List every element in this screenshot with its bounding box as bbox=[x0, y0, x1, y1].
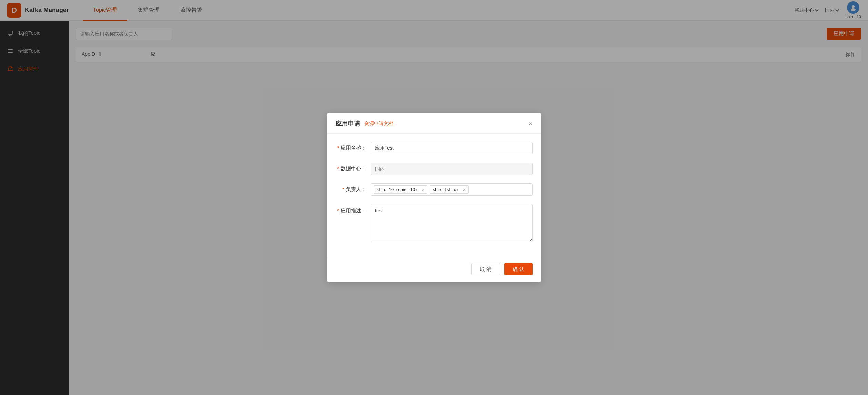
form-row-description: *应用描述： test bbox=[335, 204, 533, 243]
label-app-name: *应用名称： bbox=[335, 142, 366, 151]
modal-title-area: 应用申请 资源申请文档 bbox=[335, 120, 393, 128]
input-app-name[interactable] bbox=[371, 142, 533, 154]
form-row-data-center: *数据中心： bbox=[335, 163, 533, 175]
tag-label: shirc_10（shirc_10） bbox=[377, 186, 420, 193]
tag-shirc: shirc（shirc） × bbox=[430, 185, 468, 194]
modal-footer: 取 消 确 认 bbox=[327, 257, 541, 282]
field-data-center bbox=[371, 163, 533, 175]
modal-close-button[interactable]: × bbox=[528, 120, 533, 127]
field-manager: shirc_10（shirc_10） × shirc（shirc） × bbox=[371, 183, 533, 196]
modal-header: 应用申请 资源申请文档 × bbox=[327, 113, 541, 134]
modal-doc-link[interactable]: 资源申请文档 bbox=[364, 121, 393, 127]
tag-close-shirc-10[interactable]: × bbox=[422, 187, 424, 192]
form-row-app-name: *应用名称： bbox=[335, 142, 533, 154]
tags-input-manager[interactable]: shirc_10（shirc_10） × shirc（shirc） × bbox=[371, 183, 533, 196]
modal-title: 应用申请 bbox=[335, 120, 360, 128]
field-description: test bbox=[371, 204, 533, 243]
modal: 应用申请 资源申请文档 × *应用名称： *数据中心： bbox=[327, 113, 541, 282]
tag-close-shirc[interactable]: × bbox=[463, 187, 465, 192]
label-manager: *负责人： bbox=[335, 183, 366, 193]
form-row-manager: *负责人： shirc_10（shirc_10） × shirc（shirc） … bbox=[335, 183, 533, 196]
field-app-name bbox=[371, 142, 533, 154]
tag-label: shirc（shirc） bbox=[433, 186, 461, 193]
tag-shirc-10: shirc_10（shirc_10） × bbox=[374, 185, 427, 194]
label-data-center: *数据中心： bbox=[335, 163, 366, 172]
cancel-button[interactable]: 取 消 bbox=[471, 263, 500, 275]
confirm-button[interactable]: 确 认 bbox=[504, 263, 533, 275]
modal-overlay[interactable]: 应用申请 资源申请文档 × *应用名称： *数据中心： bbox=[0, 0, 868, 395]
textarea-description[interactable]: test bbox=[371, 204, 533, 242]
label-description: *应用描述： bbox=[335, 204, 366, 214]
input-data-center[interactable] bbox=[371, 163, 533, 175]
modal-body: *应用名称： *数据中心： *负责人： bbox=[327, 134, 541, 257]
